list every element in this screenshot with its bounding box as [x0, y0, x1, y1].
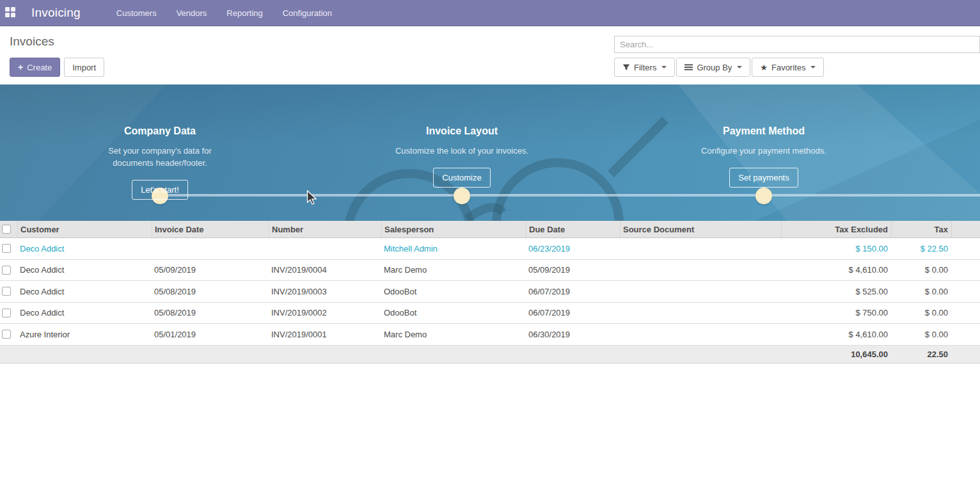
cell-number: INV/2019/0004	[269, 265, 381, 275]
cell-salesperson: OdooBot	[381, 287, 526, 296]
step-description: Customize the look of your invoices.	[391, 145, 533, 157]
menu-configuration[interactable]: Configuration	[283, 8, 332, 18]
column-header-number[interactable]: Number	[269, 221, 381, 237]
onboarding-step-company-data: Company Data Set your company's data for…	[64, 125, 256, 200]
column-header-due-date[interactable]: Due Date	[526, 221, 620, 237]
onboarding-progress-line	[160, 194, 980, 197]
column-header-customer[interactable]: Customer	[17, 221, 152, 237]
row-checkbox[interactable]	[2, 330, 11, 339]
customize-button[interactable]: Customize	[433, 168, 490, 188]
cell-tax-excluded: $ 750.00	[781, 308, 891, 317]
plus-icon: +	[18, 62, 23, 72]
favorites-button[interactable]: ★ Favorites	[752, 58, 824, 77]
apps-grid-icon[interactable]	[5, 7, 17, 19]
navbar-menu: Customers Vendors Reporting Configuratio…	[116, 8, 332, 18]
cell-customer: Azure Interior	[17, 330, 152, 339]
select-all-checkbox[interactable]	[2, 225, 11, 234]
app-brand-title: Invoicing	[31, 6, 81, 20]
control-panel: Invoices + Create Import Filters	[0, 26, 980, 84]
step-title: Payment Method	[668, 125, 860, 137]
cell-number: INV/2019/0002	[269, 308, 381, 317]
menu-vendors[interactable]: Vendors	[177, 8, 207, 18]
total-tax-excluded: 10,645.00	[781, 349, 891, 359]
cell-customer: Deco Addict	[17, 265, 152, 275]
cell-tax: $ 0.00	[891, 330, 951, 339]
cell-due-date: 06/07/2019	[526, 308, 620, 317]
set-payments-button[interactable]: Set payments	[729, 168, 798, 188]
cell-due-date: 06/30/2019	[526, 330, 620, 339]
cell-due-date: 05/09/2019	[526, 265, 620, 275]
table-row[interactable]: Deco Addict Mitchell Admin 06/23/2019 $ …	[0, 238, 980, 260]
cell-number: INV/2019/0003	[269, 287, 381, 296]
chevron-down-icon	[810, 66, 816, 68]
chevron-down-icon	[737, 66, 742, 68]
onboarding-step-payment-method: Payment Method Configure your payment me…	[668, 125, 860, 188]
table-header-row: Customer Invoice Date Number Salesperson…	[0, 221, 980, 238]
cell-due-date: 06/23/2019	[526, 244, 620, 253]
cell-salesperson: Marc Demo	[381, 265, 526, 275]
column-header-tax-excluded[interactable]: Tax Excluded	[781, 221, 891, 237]
column-header-salesperson[interactable]: Salesperson	[381, 221, 526, 237]
step-dot-payment-method	[755, 188, 772, 204]
column-header-tax[interactable]: Tax	[891, 221, 951, 237]
cell-salesperson: OdooBot	[381, 308, 526, 317]
row-checkbox[interactable]	[2, 309, 11, 317]
cell-invoice-date: 05/08/2019	[152, 287, 269, 296]
column-header-spacer	[951, 221, 980, 237]
filters-button[interactable]: Filters	[614, 58, 675, 77]
group-by-button[interactable]: Group By	[676, 58, 750, 77]
cell-tax: $ 22.50	[891, 244, 951, 253]
cell-invoice-date: 05/08/2019	[152, 308, 269, 317]
cell-salesperson: Mitchell Admin	[381, 244, 526, 253]
table-row[interactable]: Deco Addict 05/08/2019 INV/2019/0003 Odo…	[0, 281, 980, 303]
column-header-source-document[interactable]: Source Document	[620, 221, 781, 237]
cell-customer: Deco Addict	[17, 308, 152, 317]
menu-customers[interactable]: Customers	[116, 8, 157, 18]
lets-start-button[interactable]: Let's start!	[132, 180, 188, 200]
filter-funnel-icon	[622, 63, 630, 71]
table-row[interactable]: Azure Interior 05/01/2019 INV/2019/0001 …	[0, 324, 980, 346]
table-row[interactable]: Deco Addict 05/09/2019 INV/2019/0004 Mar…	[0, 260, 980, 282]
cell-invoice-date: 05/01/2019	[152, 330, 269, 339]
step-description: Configure your payment methods.	[693, 145, 835, 157]
cell-tax: $ 0.00	[891, 287, 951, 296]
cell-tax-excluded: $ 525.00	[781, 287, 891, 296]
cell-customer: Deco Addict	[17, 287, 152, 296]
total-tax: 22.50	[891, 349, 951, 359]
cell-invoice-date: 05/09/2019	[152, 265, 269, 275]
menu-reporting[interactable]: Reporting	[226, 8, 262, 18]
row-checkbox[interactable]	[2, 287, 11, 296]
cell-tax-excluded: $ 150.00	[781, 244, 891, 253]
row-checkbox[interactable]	[2, 244, 11, 253]
group-by-bars-icon	[684, 63, 693, 71]
invoicing-app: Invoicing Customers Vendors Reporting Co…	[0, 0, 980, 482]
step-title: Invoice Layout	[366, 125, 558, 137]
cell-due-date: 06/07/2019	[526, 287, 620, 296]
import-button[interactable]: Import	[64, 58, 104, 77]
star-icon: ★	[760, 63, 768, 72]
cell-tax: $ 0.00	[891, 308, 951, 317]
step-dot-invoice-layout	[454, 188, 470, 204]
invoice-list: Customer Invoice Date Number Salesperson…	[0, 221, 980, 364]
cell-tax: $ 0.00	[891, 265, 951, 275]
page-title: Invoices	[10, 35, 54, 49]
cell-tax-excluded: $ 4,610.00	[781, 265, 891, 275]
cell-customer: Deco Addict	[17, 244, 152, 253]
step-description: Set your company's data for documents he…	[89, 145, 231, 169]
row-checkbox[interactable]	[2, 266, 11, 275]
onboarding-step-invoice-layout: Invoice Layout Customize the look of you…	[366, 125, 558, 188]
cell-salesperson: Marc Demo	[381, 330, 526, 339]
step-title: Company Data	[64, 125, 256, 137]
top-navbar: Invoicing Customers Vendors Reporting Co…	[0, 0, 980, 26]
table-footer-totals: 10,645.00 22.50	[0, 346, 980, 364]
onboarding-banner: Company Data Set your company's data for…	[0, 84, 980, 221]
cell-tax-excluded: $ 4,610.00	[781, 330, 891, 339]
search-input[interactable]	[614, 36, 980, 53]
cell-number: INV/2019/0001	[269, 330, 381, 339]
table-row[interactable]: Deco Addict 05/08/2019 INV/2019/0002 Odo…	[0, 303, 980, 325]
chevron-down-icon	[661, 66, 667, 68]
create-button[interactable]: + Create	[10, 58, 60, 77]
column-header-invoice-date[interactable]: Invoice Date	[152, 221, 269, 237]
